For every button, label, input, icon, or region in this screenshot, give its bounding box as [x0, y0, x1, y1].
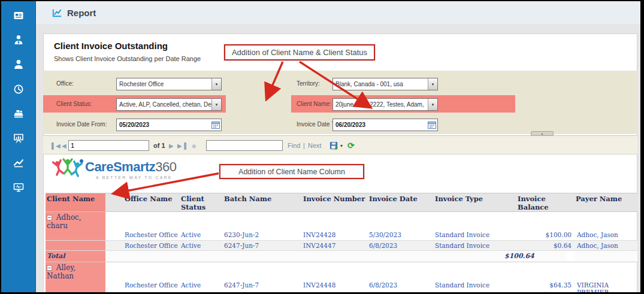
- table-row: Rochester OfficeActive6247-Jun-7INV24447…: [46, 240, 637, 250]
- column-header: Invoice Balance: [512, 193, 575, 212]
- invoice-date-to-input[interactable]: 06/20/2023: [332, 119, 438, 131]
- chevron-down-icon[interactable]: ▼: [428, 99, 437, 110]
- presentation-chart-icon: [13, 132, 25, 147]
- report-table: Client NameOffice NameClient StatusBatch…: [46, 193, 637, 294]
- logo-tagline: A BETTER WAY TO CARE: [96, 175, 173, 180]
- collapse-toggle[interactable]: −: [47, 265, 52, 271]
- sidebar-item-reports[interactable]: [1, 153, 35, 175]
- find-text-input[interactable]: [206, 140, 283, 151]
- find-next-separator: |: [303, 136, 305, 155]
- page-title: Report: [67, 8, 96, 18]
- first-page-button[interactable]: ▌◀: [52, 136, 61, 155]
- top-header-bar: Report: [36, 1, 640, 25]
- panel-splitter-handle[interactable]: ▲: [531, 131, 554, 136]
- column-header: Office Name: [105, 193, 180, 212]
- table-body: − Adhoc, charuRochester OfficeActive6230…: [46, 212, 637, 294]
- page-number-input[interactable]: [68, 140, 149, 151]
- last-page-button[interactable]: ▶▐: [177, 136, 186, 155]
- logo-wordmark: CareSmartz360: [85, 159, 177, 175]
- column-header: Batch Name: [223, 193, 302, 212]
- filter-panel: Office: Rochester Office ▼ Territory: Bl…: [43, 71, 637, 134]
- back-to-parent-button[interactable]: ◆: [192, 136, 196, 155]
- annotation-column-note: Addition of Client Name Column: [219, 164, 364, 179]
- sidebar-item-kiosk[interactable]: [1, 178, 35, 199]
- column-header: Invoice Type: [434, 193, 512, 212]
- table-header-row: Client NameOffice NameClient StatusBatch…: [46, 193, 637, 212]
- client-status-label: Client Status:: [56, 101, 92, 107]
- territory-select[interactable]: Blank, Canada - 001, usa ▼: [332, 78, 438, 90]
- export-save-icon[interactable]: [329, 136, 338, 155]
- total-label: Total: [46, 250, 105, 262]
- sidebar-item-training[interactable]: [1, 129, 35, 150]
- newspaper-icon: [13, 10, 25, 24]
- sidebar: [1, 1, 36, 292]
- annotation-filters-note: Addition of Client Name & Client Status: [224, 44, 375, 60]
- chevron-down-icon[interactable]: ▼: [211, 78, 221, 90]
- report-line-chart-icon: [52, 7, 63, 21]
- line-chart-icon: [13, 157, 25, 171]
- refresh-icon[interactable]: ⟳: [347, 136, 355, 155]
- group-row: − Alley, Nathan: [46, 262, 637, 280]
- total-value: $100.64: [503, 250, 566, 262]
- report-title: Client Invoice Outstanding: [54, 41, 168, 51]
- table-row: Rochester OfficeActive6247-Jun-7INV24448…: [46, 280, 637, 294]
- find-next-button[interactable]: Next: [308, 136, 322, 155]
- export-dropdown-caret[interactable]: ▾: [340, 136, 343, 155]
- office-label: Office:: [56, 80, 74, 87]
- group-total-row: Total$100.64: [46, 250, 637, 262]
- report-toolbar: ▌◀ ◀ of 1 ▶ ▶▐ ◆ Find | Next ▾ ⟳: [43, 135, 637, 154]
- client-status-select[interactable]: Active, ALP, Cancelled, chetan, De ▼: [116, 98, 222, 111]
- column-header: Invoice Number: [302, 193, 368, 212]
- sidebar-item-dashboard[interactable]: [1, 6, 35, 28]
- next-page-button[interactable]: ▶: [169, 136, 174, 155]
- column-header: Invoice Date: [368, 193, 434, 212]
- person-icon: [13, 59, 25, 73]
- logo-figures: [52, 156, 84, 186]
- collapse-toggle[interactable]: −: [47, 215, 52, 220]
- invoice-date-from-label: Invoice Date From:: [56, 121, 107, 128]
- column-header: Payer Name: [575, 193, 637, 212]
- sidebar-item-clients[interactable]: [1, 55, 35, 77]
- prev-page-button[interactable]: ◀: [62, 136, 66, 155]
- chevron-down-icon[interactable]: ▼: [428, 78, 437, 90]
- calendar-icon[interactable]: [427, 119, 437, 131]
- column-header: Client Name: [46, 193, 105, 212]
- chevron-down-icon[interactable]: ▼: [211, 99, 221, 110]
- report-subtitle: Shows Client Invoice Outstanding per Dat…: [54, 55, 201, 62]
- office-select[interactable]: Rochester Office ▼: [116, 78, 222, 90]
- group-row: − Adhoc, charu: [46, 212, 637, 231]
- clock-icon: [13, 83, 25, 98]
- column-header: Client Status: [180, 193, 223, 212]
- cash-register-icon: [13, 108, 25, 122]
- group-client-name: − Alley, Nathan: [46, 262, 105, 280]
- page-count-label: of 1: [153, 136, 165, 155]
- calendar-icon[interactable]: [210, 119, 221, 131]
- client-name-select[interactable]: 20june, test, 2222, Testes, Adam, ▼: [332, 98, 438, 111]
- table-header: Client NameOffice NameClient StatusBatch…: [46, 193, 637, 212]
- monitor-icon: [13, 181, 25, 196]
- sidebar-item-billing[interactable]: [1, 104, 35, 126]
- territory-label: Territory:: [297, 80, 320, 87]
- group-client-name: − Adhoc, charu: [46, 212, 105, 231]
- brand-logo: CareSmartz360 A BETTER WAY TO CARE: [52, 156, 189, 188]
- sidebar-item-scheduling[interactable]: [1, 80, 35, 101]
- app-window: Report Client Invoice Outstanding Shows …: [0, 0, 644, 294]
- client-name-label: Client Name:: [297, 101, 331, 107]
- sidebar-item-caregivers[interactable]: [1, 31, 35, 52]
- invoice-date-from-input[interactable]: 05/20/2023: [116, 119, 222, 131]
- table-row: Rochester OfficeActive6230-Jun-2INV24428…: [46, 230, 637, 240]
- find-button[interactable]: Find: [288, 136, 300, 155]
- caregiver-icon: [13, 34, 25, 49]
